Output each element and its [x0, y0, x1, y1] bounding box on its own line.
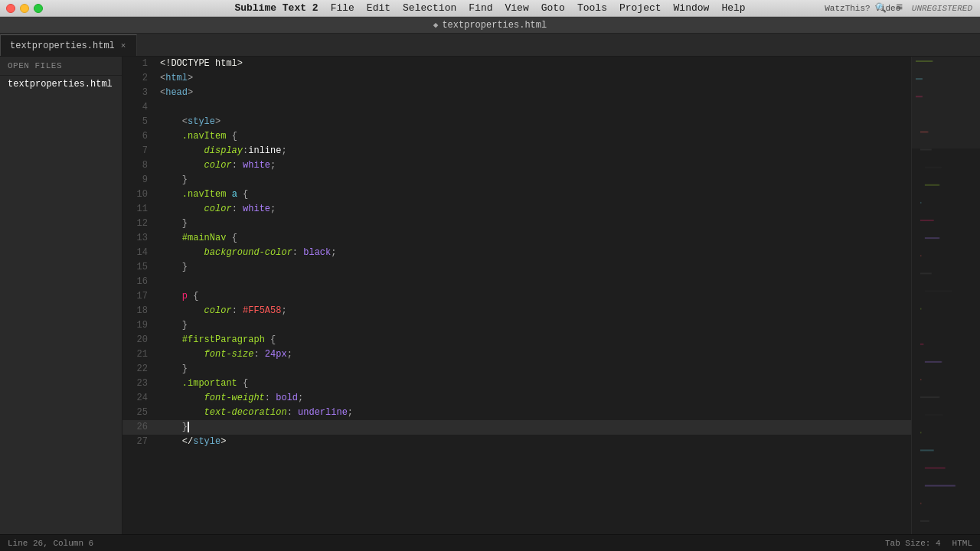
line-content-18: color: #FF5A58; — [157, 304, 911, 318]
sidebar-header: OPEN FILES — [0, 57, 122, 76]
code-line-18[interactable]: 18 color: #FF5A58; — [122, 304, 911, 318]
code-line-17[interactable]: 17 p { — [122, 289, 911, 304]
code-line-16[interactable]: 16 — [122, 275, 911, 289]
line-number-21: 21 — [122, 347, 157, 362]
tab-size: Tab Size: 4 — [885, 539, 941, 548]
line-number-12: 12 — [122, 217, 157, 231]
file-title-bar: ◆ textproperties.html — [0, 17, 980, 34]
file-title: ◆ textproperties.html — [433, 20, 547, 31]
code-line-23[interactable]: 23 .important { — [122, 377, 911, 391]
code-line-6[interactable]: 6 .navItem { — [122, 129, 911, 144]
line-content-19: } — [157, 318, 911, 333]
code-line-22[interactable]: 22 } — [122, 362, 911, 377]
tab-textproperties[interactable]: textproperties.html × — [0, 34, 137, 56]
line-number-3: 3 — [122, 86, 157, 100]
code-line-4[interactable]: 4 — [122, 100, 911, 115]
line-number-1: 1 — [122, 57, 157, 71]
line-content-23: .important { — [157, 377, 911, 391]
code-line-3[interactable]: 3<head> — [122, 86, 911, 100]
line-content-11: color: white; — [157, 202, 911, 217]
line-number-18: 18 — [122, 304, 157, 318]
window-controls — [0, 4, 43, 13]
line-number-8: 8 — [122, 158, 157, 173]
code-line-15[interactable]: 15 } — [122, 260, 911, 275]
line-number-7: 7 — [122, 144, 157, 158]
code-line-20[interactable]: 20 #firstParagraph { — [122, 333, 911, 347]
file-title-name: textproperties.html — [442, 20, 547, 31]
line-number-23: 23 — [122, 377, 157, 391]
code-line-8[interactable]: 8 color: white; — [122, 158, 911, 173]
line-content-12: } — [157, 217, 911, 231]
code-line-9[interactable]: 9 } — [122, 173, 911, 187]
editor-content[interactable]: 1<!DOCTYPE html>2<html>3<head>45 <style>… — [122, 57, 911, 534]
code-line-25[interactable]: 25 text-decoration: underline; — [122, 406, 911, 420]
code-line-24[interactable]: 24 font-weight: bold; — [122, 391, 911, 406]
line-number-14: 14 — [122, 246, 157, 260]
line-content-20: #firstParagraph { — [157, 333, 911, 347]
line-content-15: } — [157, 260, 911, 275]
line-content-5: <style> — [157, 115, 911, 129]
menu-project[interactable]: Project — [613, 2, 668, 14]
main-layout: OPEN FILES textproperties.html 1<!DOCTYP… — [0, 57, 980, 534]
line-number-10: 10 — [122, 187, 157, 202]
line-content-1: <!DOCTYPE html> — [157, 57, 911, 71]
hamburger-icon[interactable]: ≡ — [893, 2, 906, 15]
menu-goto[interactable]: Goto — [535, 2, 571, 14]
close-button[interactable] — [6, 4, 15, 13]
status-right: Tab Size: 4 HTML — [885, 539, 972, 548]
code-line-5[interactable]: 5 <style> — [122, 115, 911, 129]
line-number-6: 6 — [122, 129, 157, 144]
code-line-1[interactable]: 1<!DOCTYPE html> — [122, 57, 911, 71]
maximize-button[interactable] — [34, 4, 43, 13]
line-number-25: 25 — [122, 406, 157, 420]
code-line-7[interactable]: 7 display:inline; — [122, 144, 911, 158]
code-line-27[interactable]: 27 </style> — [122, 435, 911, 449]
line-content-24: font-weight: bold; — [157, 391, 911, 406]
menu-edit[interactable]: Edit — [361, 2, 397, 14]
line-number-17: 17 — [122, 289, 157, 304]
line-content-13: #mainNav { — [157, 231, 911, 246]
menu-find[interactable]: Find — [462, 2, 498, 14]
watzthis-label: WatzThis? Video — [857, 2, 869, 15]
minimize-button[interactable] — [20, 4, 29, 13]
code-line-11[interactable]: 11 color: white; — [122, 202, 911, 217]
sidebar-file-textproperties[interactable]: textproperties.html — [0, 76, 122, 93]
line-number-22: 22 — [122, 362, 157, 377]
code-line-14[interactable]: 14 background-color: black; — [122, 246, 911, 260]
line-number-19: 19 — [122, 318, 157, 333]
menu-file[interactable]: File — [325, 2, 361, 14]
status-bar: Line 26, Column 6 Tab Size: 4 HTML — [0, 534, 980, 551]
line-content-6: .navItem { — [157, 129, 911, 144]
line-content-3: <head> — [157, 86, 911, 100]
editor-area: 1<!DOCTYPE html>2<html>3<head>45 <style>… — [122, 57, 911, 534]
line-number-15: 15 — [122, 260, 157, 275]
line-content-26: } — [157, 420, 911, 435]
titlebar: Sublime Text 2 File Edit Selection Find … — [0, 0, 980, 17]
code-line-13[interactable]: 13 #mainNav { — [122, 231, 911, 246]
line-number-16: 16 — [122, 275, 157, 289]
menu-tools[interactable]: Tools — [571, 2, 613, 14]
line-number-26: 26 — [122, 420, 157, 435]
app-name: Sublime Text 2 — [228, 2, 324, 14]
line-content-7: display:inline; — [157, 144, 911, 158]
minimap[interactable] — [911, 57, 980, 534]
file-icon: ◆ — [433, 20, 439, 30]
code-line-19[interactable]: 19 } — [122, 318, 911, 333]
menu-selection[interactable]: Selection — [397, 2, 462, 14]
code-line-10[interactable]: 10 .navItem a { — [122, 187, 911, 202]
menu-view[interactable]: View — [499, 2, 535, 14]
app-menu: Sublime Text 2 File Edit Selection Find … — [228, 2, 751, 14]
code-line-12[interactable]: 12 } — [122, 217, 911, 231]
line-number-24: 24 — [122, 391, 157, 406]
code-line-2[interactable]: 2<html> — [122, 71, 911, 86]
code-line-21[interactable]: 21 font-size: 24px; — [122, 347, 911, 362]
unregistered-label: UNREGISTERED — [912, 4, 972, 13]
search-icon[interactable]: 🔍 — [875, 2, 887, 15]
menu-help[interactable]: Help — [715, 2, 751, 14]
code-line-26[interactable]: 26 } — [122, 420, 911, 435]
menu-window[interactable]: Window — [668, 2, 716, 14]
line-number-5: 5 — [122, 115, 157, 129]
tab-close-button[interactable]: × — [119, 41, 128, 51]
titlebar-right: WatzThis? Video 🔍 ≡ UNREGISTERED — [857, 2, 972, 15]
syntax-label: HTML — [952, 539, 972, 548]
